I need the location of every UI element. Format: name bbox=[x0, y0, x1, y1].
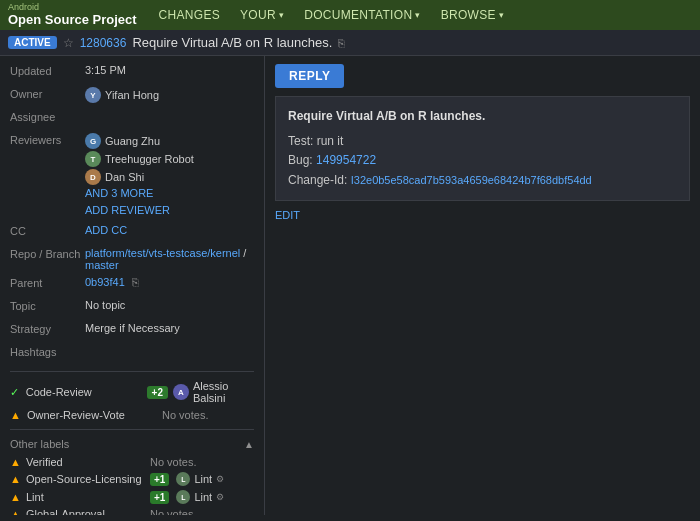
osl-name: Open-Source-Licensing bbox=[26, 473, 146, 485]
lint-vote: +1 bbox=[150, 491, 169, 504]
lint-name: Lint bbox=[26, 491, 146, 503]
divider-2 bbox=[10, 429, 254, 430]
nav-documentation[interactable]: DOCUMENTATION ▾ bbox=[294, 0, 430, 30]
warn-icon: ▲ bbox=[10, 456, 22, 468]
warn-icon: ▲ bbox=[10, 508, 22, 515]
chevron-down-icon: ▾ bbox=[279, 10, 284, 20]
verified-votes: No votes. bbox=[150, 456, 196, 468]
check-icon: ✓ bbox=[10, 386, 21, 399]
commit-change-id-line: Change-Id: I32e0b5e58cad7b593a4659e68424… bbox=[288, 171, 677, 190]
chevron-down-icon: ▾ bbox=[499, 10, 504, 20]
and-more-link[interactable]: AND 3 MORE bbox=[85, 187, 194, 199]
commit-message-box: Require Virtual A/B on R launches. Test:… bbox=[275, 96, 690, 201]
edit-link[interactable]: EDIT bbox=[275, 209, 690, 221]
reviewer-guang-zhu: G Guang Zhu bbox=[85, 133, 194, 149]
status-badge: ACTIVE bbox=[8, 36, 57, 49]
updated-value: 3:15 PM bbox=[85, 64, 254, 76]
star-icon[interactable]: ☆ bbox=[63, 36, 74, 50]
label-open-source-licensing: ▲ Open-Source-Licensing +1 L Lint ⚙ bbox=[10, 472, 254, 486]
voter-avatar: A bbox=[173, 384, 189, 400]
reviewer-name: Guang Zhu bbox=[105, 135, 160, 147]
owner-avatar: Y bbox=[85, 87, 101, 103]
change-id-label: Change-Id: bbox=[288, 173, 351, 187]
reviewers-label: Reviewers bbox=[10, 133, 85, 146]
right-panel: REPLY Require Virtual A/B on R launches.… bbox=[265, 56, 700, 515]
brand: Android Open Source Project bbox=[8, 3, 137, 28]
reviewer-avatar: T bbox=[85, 151, 101, 167]
owner-review-label: Owner-Review-Vote bbox=[27, 409, 157, 421]
ga-name: Global-Approval bbox=[26, 508, 146, 515]
label-global-approval: ▲ Global-Approval No votes. bbox=[10, 508, 254, 515]
reviewer-name: Treehugger Robot bbox=[105, 153, 194, 165]
verified-name: Verified bbox=[26, 456, 146, 468]
status-bar: ACTIVE ☆ 1280636 Require Virtual A/B on … bbox=[0, 30, 700, 56]
reviewer-list: G Guang Zhu T Treehugger Robot D Dan Shi… bbox=[85, 133, 194, 219]
reply-button[interactable]: REPLY bbox=[275, 64, 344, 88]
nav-your[interactable]: YOUR ▾ bbox=[230, 0, 294, 30]
nav-changes[interactable]: CHANGES bbox=[149, 0, 230, 30]
voter-name: Lint bbox=[194, 491, 212, 503]
cc-label: CC bbox=[10, 224, 85, 237]
strategy-value: Merge if Necessary bbox=[85, 322, 254, 334]
warn-icon: ▲ bbox=[10, 409, 22, 421]
parent-link[interactable]: 0b93f41 bbox=[85, 276, 125, 288]
hashtags-label: Hashtags bbox=[10, 345, 85, 358]
meta-assignee: Assignee bbox=[10, 110, 254, 128]
meta-topic: Topic No topic bbox=[10, 299, 254, 317]
repo-branch-label: Repo / Branch bbox=[10, 247, 85, 260]
meta-cc: CC ADD CC bbox=[10, 224, 254, 242]
label-lint: ▲ Lint +1 L Lint ⚙ bbox=[10, 490, 254, 504]
voter-avatar: L bbox=[176, 490, 190, 504]
osl-voter: L Lint ⚙ bbox=[176, 472, 224, 486]
meta-parent: Parent 0b93f41 ⎘ bbox=[10, 276, 254, 294]
collapse-icon[interactable]: ▲ bbox=[244, 439, 254, 450]
parent-label: Parent bbox=[10, 276, 85, 289]
bug-link[interactable]: 149954722 bbox=[316, 153, 376, 167]
meta-repo-branch: Repo / Branch platform/test/vts-testcase… bbox=[10, 247, 254, 271]
warn-icon: ▲ bbox=[10, 473, 22, 485]
commit-body-line1: Test: run it bbox=[288, 132, 677, 151]
copy-parent-icon[interactable]: ⎘ bbox=[132, 276, 139, 288]
change-number[interactable]: 1280636 bbox=[80, 36, 127, 50]
branch-link[interactable]: master bbox=[85, 259, 119, 271]
voter-name: Lint bbox=[194, 473, 212, 485]
meta-owner: Owner Y Yifan Hong bbox=[10, 87, 254, 105]
code-review-voter: A Alessio Balsini bbox=[173, 380, 254, 404]
reviewer-dan-shi: D Dan Shi bbox=[85, 169, 194, 185]
copy-icon[interactable]: ⎘ bbox=[338, 37, 345, 49]
lint-icon: ⚙ bbox=[216, 474, 224, 484]
add-reviewer-link[interactable]: ADD REVIEWER bbox=[85, 204, 194, 216]
strategy-label: Strategy bbox=[10, 322, 85, 335]
code-review-label: Code-Review bbox=[26, 386, 142, 398]
repo-link[interactable]: platform/test/vts-testcase/kernel bbox=[85, 247, 240, 259]
code-review-vote: +2 bbox=[147, 386, 168, 399]
ga-votes: No votes. bbox=[150, 508, 196, 515]
change-id-link[interactable]: I32e0b5e58cad7b593a4659e68424b7f68dbf54d… bbox=[351, 174, 592, 186]
osl-vote: +1 bbox=[150, 473, 169, 486]
warn-icon: ▲ bbox=[10, 491, 22, 503]
meta-strategy: Strategy Merge if Necessary bbox=[10, 322, 254, 340]
owner-review-votes: No votes. bbox=[162, 409, 208, 421]
reviewer-avatar: G bbox=[85, 133, 101, 149]
top-nav: Android Open Source Project CHANGES YOUR… bbox=[0, 0, 700, 30]
android-label: Android bbox=[8, 3, 137, 12]
reviewer-treehugger: T Treehugger Robot bbox=[85, 151, 194, 167]
updated-label: Updated bbox=[10, 64, 85, 77]
meta-updated: Updated 3:15 PM bbox=[10, 64, 254, 82]
reviewer-avatar: D bbox=[85, 169, 101, 185]
voter-name: Alessio Balsini bbox=[193, 380, 254, 404]
meta-hashtags: Hashtags bbox=[10, 345, 254, 363]
voter-avatar: L bbox=[176, 472, 190, 486]
lint-icon: ⚙ bbox=[216, 492, 224, 502]
label-owner-review: ▲ Owner-Review-Vote No votes. bbox=[10, 409, 254, 421]
nav-browse[interactable]: BROWSE ▾ bbox=[431, 0, 514, 30]
topic-value: No topic bbox=[85, 299, 254, 311]
other-labels-header: Other labels ▲ bbox=[10, 438, 254, 450]
other-labels-title: Other labels bbox=[10, 438, 69, 450]
meta-reviewers: Reviewers G Guang Zhu T Treehugger Robot… bbox=[10, 133, 254, 219]
label-verified: ▲ Verified No votes. bbox=[10, 456, 254, 468]
add-cc-link[interactable]: ADD CC bbox=[85, 224, 127, 236]
chevron-down-icon: ▾ bbox=[415, 10, 420, 20]
commit-title: Require Virtual A/B on R launches. bbox=[288, 107, 677, 126]
owner-label: Owner bbox=[10, 87, 85, 100]
